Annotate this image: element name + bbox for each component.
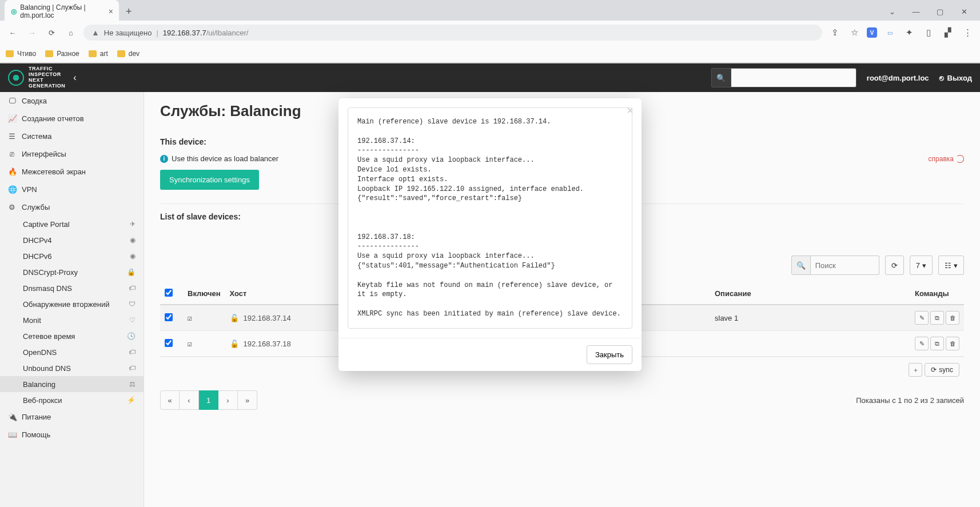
modal-body: Main (reference) slave device is 192.168…: [338, 98, 642, 338]
modal-footer: Закрыть: [338, 338, 642, 371]
modal-close-button[interactable]: Закрыть: [587, 345, 632, 364]
close-icon: ×: [627, 104, 634, 117]
sync-result-modal: × Main (reference) slave device is 192.1…: [338, 98, 642, 371]
modal-output: Main (reference) slave device is 192.168…: [348, 107, 632, 329]
modal-close-x[interactable]: ×: [627, 104, 634, 117]
